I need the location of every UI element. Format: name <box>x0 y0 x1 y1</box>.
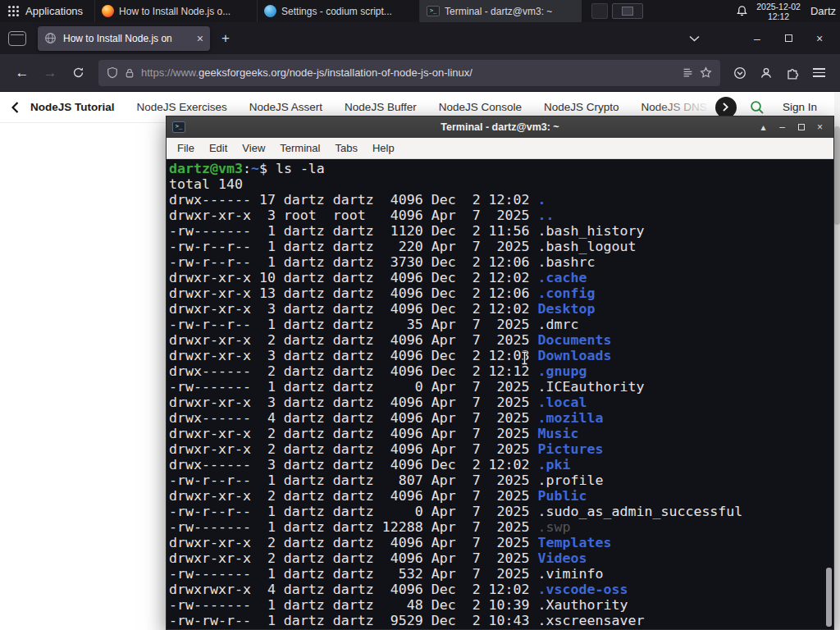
terminal-menu-view[interactable]: View <box>235 138 272 158</box>
taskbar-button-label: Terminal - dartz@vm3: ~ <box>445 6 552 17</box>
browser-tab[interactable]: How to Install Node.js on × <box>38 26 210 51</box>
site-nav-item[interactable]: NodeJS Buffer <box>345 101 417 113</box>
site-nav-item[interactable]: NodeJS Tutorial <box>30 101 115 113</box>
terminal-ls-line: drwx------ 4 dartz dartz 4096 Apr 7 2025… <box>169 410 833 426</box>
terminal-ls-line: drwxr-xr-x 3 dartz dartz 4096 Dec 2 12:0… <box>169 348 833 363</box>
terminal-shade-button[interactable]: ▴ <box>756 119 771 135</box>
firefox-view-icon[interactable] <box>8 31 26 46</box>
ls-entry-meta: drwxr-xr-x 10 dartz dartz 4096 Dec 2 12:… <box>169 270 538 285</box>
site-nav-items: NodeJS TutorialNodeJS ExercisesNodeJS As… <box>30 101 710 113</box>
window-close-button[interactable]: × <box>807 28 832 49</box>
list-all-tabs-chevron-icon[interactable] <box>682 28 705 49</box>
prompt-path: ~ <box>251 161 259 176</box>
taskbar-button-label: Settings - codium script... <box>281 6 392 17</box>
file-name: .dmrc <box>538 317 579 332</box>
terminal-ls-line: -rw------- 1 dartz dartz 0 Apr 7 2025 .I… <box>169 379 833 395</box>
ls-entry-meta: drwxr-xr-x 3 dartz dartz 4096 Dec 2 12:0… <box>169 301 538 317</box>
browser-scrollbar-thumb[interactable] <box>834 126 840 225</box>
terminal-ls-line: drwxr-xr-x 2 dartz dartz 4096 Apr 7 2025… <box>169 441 833 457</box>
terminal-minimize-button[interactable]: – <box>774 119 790 135</box>
terminal-ls-line: -rw-rw-r-- 1 dartz dartz 9529 Dec 2 10:4… <box>169 613 833 628</box>
notification-bell-icon[interactable] <box>736 5 748 17</box>
extensions-puzzle-icon[interactable] <box>779 60 806 86</box>
command-text: ls -la <box>276 161 325 176</box>
panel-clock[interactable]: 2025-12-02 12:12 <box>756 2 801 21</box>
new-tab-button[interactable]: + <box>215 28 236 49</box>
terminal-titlebar[interactable]: >_ Terminal - dartz@vm3: ~ ▴ – × <box>167 116 833 138</box>
ls-entry-meta: drwx------ 3 dartz dartz 4096 Dec 2 12:0… <box>169 457 538 472</box>
nav-next-chevron-button[interactable] <box>715 97 737 118</box>
applications-menu-button[interactable]: Applications <box>0 0 91 22</box>
terminal-ls-line: -rw------- 1 dartz dartz 48 Dec 2 10:39 … <box>169 597 833 613</box>
lock-icon[interactable] <box>125 67 135 79</box>
sign-in-button[interactable]: Sign In <box>783 101 817 113</box>
prompt-user-host: dartz@vm3 <box>169 161 243 176</box>
firefox-icon <box>102 5 114 17</box>
file-name: .swp <box>538 519 571 535</box>
taskbar-button-codium[interactable]: Settings - codium script... <box>257 0 419 22</box>
ls-entry-meta: -rw-r--r-- 1 dartz dartz 35 Apr 7 2025 <box>169 317 538 332</box>
hamburger-lines <box>813 68 825 77</box>
file-name: Desktop <box>538 301 596 317</box>
site-nav-item[interactable]: NodeJS DNS <box>641 101 707 113</box>
site-nav-item[interactable]: NodeJS Exercises <box>137 101 227 113</box>
show-desktop-button[interactable] <box>591 3 608 19</box>
account-icon[interactable] <box>753 60 779 86</box>
url-bar[interactable]: https://www.geeksforgeeks.org/node-js/in… <box>98 60 720 86</box>
file-name: .bash_history <box>538 223 645 239</box>
forward-button[interactable]: → <box>36 60 64 86</box>
ls-entry-meta: drwxr-xr-x 13 dartz dartz 4096 Dec 2 12:… <box>169 285 538 301</box>
tab-title: How to Install Node.js on <box>63 33 190 44</box>
terminal-maximize-button[interactable] <box>793 119 809 135</box>
site-nav-item[interactable]: NodeJS Crypto <box>544 101 619 113</box>
terminal-icon: >_ <box>427 6 440 16</box>
tab-close-icon[interactable]: × <box>197 33 203 44</box>
terminal-ls-line: -rw------- 1 dartz dartz 532 Apr 7 2025 … <box>169 566 833 582</box>
browser-scrollbar[interactable] <box>834 92 840 630</box>
mouse-cursor-ibeam-icon <box>520 350 529 369</box>
site-nav-item[interactable]: NodeJS Console <box>439 101 522 113</box>
menu-hamburger-icon[interactable] <box>806 60 832 86</box>
terminal-ls-line: drwxr-xr-x 2 dartz dartz 4096 Apr 7 2025… <box>169 332 833 348</box>
taskbar-button-firefox[interactable]: How to Install Node.js o... <box>94 0 257 22</box>
bookmark-star-icon[interactable] <box>700 66 712 79</box>
file-name: .bashrc <box>538 254 596 270</box>
terminal-scrollbar-thumb[interactable] <box>826 568 832 627</box>
ls-entry-meta: drwxr-xr-x 3 root root 4096 Apr 7 2025 <box>169 208 538 223</box>
clock-time: 12:12 <box>768 11 789 21</box>
pocket-save-icon[interactable] <box>727 60 753 86</box>
terminal-close-button[interactable]: × <box>812 119 828 135</box>
terminal-lines: dartz@vm3:~$ ls -latotal 140drwx------ 1… <box>169 161 833 628</box>
terminal-output-area[interactable]: dartz@vm3:~$ ls -latotal 140drwx------ 1… <box>167 159 833 629</box>
terminal-menu-edit[interactable]: Edit <box>202 138 235 158</box>
taskbar-button-terminal[interactable]: >_Terminal - dartz@vm3: ~ <box>419 0 582 22</box>
ls-entry-meta: drwxr-xr-x 2 dartz dartz 4096 Apr 7 2025 <box>169 332 538 348</box>
window-minimize-button[interactable]: – <box>745 28 769 49</box>
file-name: .gnupg <box>538 363 587 379</box>
site-nav-item[interactable]: NodeJS Assert <box>249 101 322 113</box>
terminal-menu-help[interactable]: Help <box>365 138 402 158</box>
globe-icon <box>44 32 57 44</box>
terminal-menu-file[interactable]: File <box>170 138 202 158</box>
terminal-ls-line: drwxr-xr-x 2 dartz dartz 4096 Apr 7 2025… <box>169 550 833 566</box>
back-button[interactable]: ← <box>8 60 36 86</box>
terminal-menu-tabs[interactable]: Tabs <box>327 138 364 158</box>
terminal-ls-line: drwx------ 2 dartz dartz 4096 Dec 2 12:1… <box>169 363 833 379</box>
ls-entry-meta: -rw-r--r-- 1 dartz dartz 807 Apr 7 2025 <box>169 472 538 488</box>
tracking-shield-icon[interactable] <box>107 66 118 79</box>
ls-entry-meta: -rw------- 1 dartz dartz 532 Apr 7 2025 <box>169 566 538 582</box>
nav-prev-chevron-icon[interactable] <box>11 102 19 113</box>
reader-view-icon[interactable] <box>682 67 693 78</box>
file-name: .ICEauthority <box>538 379 645 395</box>
reload-button[interactable] <box>64 60 92 86</box>
terminal-menu-terminal[interactable]: Terminal <box>272 138 327 158</box>
search-icon[interactable] <box>750 100 765 115</box>
workspace-pager[interactable] <box>612 3 643 19</box>
url-text: https://www.geeksforgeeks.org/node-js/in… <box>141 66 676 79</box>
window-maximize-button[interactable] <box>776 28 801 49</box>
terminal-ls-line: drwx------ 17 dartz dartz 4096 Dec 2 12:… <box>169 192 833 208</box>
file-name: .mozilla <box>538 410 604 426</box>
terminal-ls-line: -rw-r--r-- 1 dartz dartz 35 Apr 7 2025 .… <box>169 317 833 332</box>
desktop-screen: Applications How to Install Node.js o...… <box>0 0 840 630</box>
browser-navigation-toolbar: ← → https://www.geeksforgeeks.org/node-j… <box>0 54 840 92</box>
